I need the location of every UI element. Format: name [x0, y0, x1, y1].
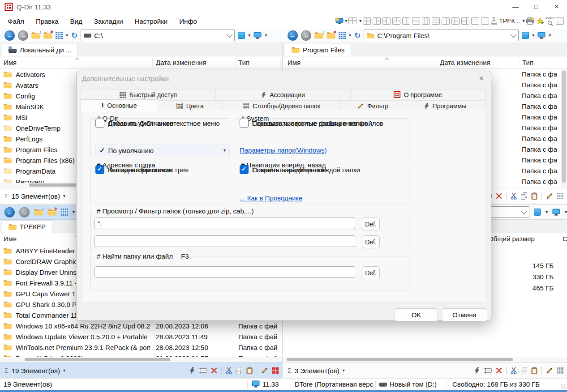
menu-item[interactable]: Инфо: [173, 17, 203, 25]
checkbox-row[interactable]: Выпадающий список: [95, 165, 173, 174]
up-folder-button[interactable]: ↑: [314, 32, 323, 39]
cancel-button[interactable]: Отмена: [442, 308, 487, 321]
file-row[interactable]: Радио №5 (май 2023) 01.06.2023 21:57 Пап…: [0, 353, 282, 357]
file-row[interactable]: WinTools.net Premium 23.9.1 RePack (& po…: [0, 342, 282, 353]
vertical-scrollbar[interactable]: [561, 69, 567, 188]
address-bar-left[interactable]: C:\: [81, 30, 235, 41]
copy-icon[interactable]: [521, 192, 527, 200]
forward-button[interactable]: →: [301, 30, 311, 41]
back-button[interactable]: ←: [288, 30, 298, 41]
chevron-down-icon[interactable]: [227, 32, 232, 38]
cut-icon[interactable]: [511, 192, 517, 200]
edit-pen-icon[interactable]: [261, 367, 268, 374]
filter-input-1[interactable]: [94, 217, 355, 229]
column-type[interactable]: Тип: [238, 59, 249, 66]
grid-view-icon[interactable]: [557, 367, 563, 374]
default-button[interactable]: Def.: [362, 235, 380, 248]
folder-options-link[interactable]: Параметры папок(Windows): [240, 146, 326, 154]
monitor-icon[interactable]: [552, 209, 560, 216]
column-date[interactable]: Дата изменения: [156, 59, 206, 66]
layout-icon-6[interactable]: [412, 17, 421, 25]
delete-icon[interactable]: [211, 367, 217, 374]
menu-item[interactable]: Правка: [30, 17, 64, 25]
inet-icon[interactable]: inet: [491, 17, 497, 26]
dialog-close-button[interactable]: ×: [479, 74, 484, 83]
chevron-down-icon[interactable]: ▾: [265, 33, 267, 38]
layout-icon-7[interactable]: [422, 17, 430, 25]
refresh-icon[interactable]: ↻: [71, 32, 77, 39]
chevron-down-icon[interactable]: ▾: [546, 210, 548, 214]
layout-icon-12[interactable]: [471, 17, 480, 25]
chevron-down-icon[interactable]: ▾: [522, 19, 524, 23]
menu-item[interactable]: Закладки: [88, 17, 129, 25]
cut-icon[interactable]: [226, 367, 232, 374]
checkbox-row[interactable]: Скрывать известные расширения файлов: [240, 119, 383, 128]
add-favorite-star-icon[interactable]: [536, 17, 544, 25]
column-name[interactable]: Имя: [4, 59, 17, 66]
file-row[interactable]: Windows Update Viewer 0.5.20.0 + Portabl…: [0, 331, 282, 342]
checkbox[interactable]: [240, 119, 249, 128]
layout-icon-11[interactable]: [461, 17, 470, 25]
find-input[interactable]: [94, 266, 355, 278]
tab-associations[interactable]: Ассоциации: [215, 89, 351, 100]
chevron-down-icon[interactable]: ▾: [532, 33, 534, 38]
view-mode-icon[interactable]: [339, 32, 346, 39]
layout-icon-8[interactable]: [432, 17, 440, 25]
monitor-icon[interactable]: [253, 32, 262, 39]
like-explorer-link[interactable]: ... Как в Проводнике: [240, 194, 302, 202]
tab-about[interactable]: О программе: [350, 89, 485, 100]
delete-icon[interactable]: [496, 193, 502, 199]
edit-pen-icon[interactable]: [546, 367, 553, 374]
checkbox-row[interactable]: Добавить Q-Dir в контекстное меню: [95, 119, 219, 128]
layout-icon-4[interactable]: [392, 17, 401, 25]
column-total-size[interactable]: Общий размер: [488, 235, 535, 243]
chevron-down-icon[interactable]: ▾: [63, 194, 65, 198]
column-free[interactable]: С: [563, 235, 567, 243]
chevron-down-icon[interactable]: ▾: [73, 210, 75, 214]
new-folder-button[interactable]: ✶: [326, 32, 335, 39]
monitor-icon[interactable]: [537, 32, 546, 39]
default-button[interactable]: Def.: [362, 266, 380, 279]
horizontal-scrollbar[interactable]: [0, 357, 282, 362]
cut-icon[interactable]: [511, 367, 517, 374]
column-date[interactable]: Дата изменения: [440, 59, 490, 66]
desktop-shortcut-icon[interactable]: [534, 209, 541, 216]
layout-4-views-icon[interactable]: [348, 17, 358, 26]
layout-icon-5[interactable]: [402, 17, 411, 25]
default-style-combobox[interactable]: ✓ По умолчанию ▾: [95, 145, 230, 156]
edit-pen-icon[interactable]: [546, 192, 553, 200]
layout-icon-10[interactable]: [451, 17, 460, 25]
desktop-shortcut-icon[interactable]: [522, 32, 529, 39]
default-button[interactable]: Def.: [362, 217, 380, 230]
chevron-down-icon[interactable]: ▾: [248, 33, 250, 38]
tab-treker[interactable]: ТРЕКЕР: [2, 220, 52, 233]
column-type[interactable]: Тип: [522, 59, 533, 66]
paste-icon[interactable]: [531, 367, 537, 374]
rename-icon[interactable]: [484, 367, 492, 374]
rename-icon[interactable]: [199, 367, 207, 374]
chevron-down-icon[interactable]: ▾: [565, 210, 567, 214]
horizontal-scrollbar[interactable]: [283, 357, 567, 362]
back-button[interactable]: ←: [4, 207, 15, 217]
menu-item[interactable]: Файл: [2, 17, 30, 25]
layout-icon-1[interactable]: [363, 17, 371, 25]
checkbox[interactable]: [240, 165, 249, 174]
new-folder-button[interactable]: ✶: [43, 32, 52, 39]
layout-icon-9[interactable]: [442, 17, 450, 25]
tab-general[interactable]: i Основные: [81, 99, 158, 112]
column-name[interactable]: Имя: [288, 59, 301, 66]
chevron-down-icon[interactable]: [522, 209, 528, 214]
chevron-down-icon[interactable]: ▾: [349, 33, 351, 38]
single-pane-icon[interactable]: [556, 17, 564, 25]
scrollbar-thumb[interactable]: [25, 358, 170, 361]
chevron-down-icon[interactable]: ▾: [549, 33, 551, 38]
maximize-button[interactable]: □: [526, 0, 546, 13]
forward-button[interactable]: →: [18, 30, 28, 41]
chevron-down-icon[interactable]: [511, 32, 516, 38]
forward-button[interactable]: →: [19, 207, 30, 217]
up-folder-button[interactable]: ↑: [31, 32, 40, 39]
tab-program-files[interactable]: Program Files: [285, 43, 351, 56]
minimize-button[interactable]: —: [505, 0, 526, 13]
address-bar-right[interactable]: C:\Program Files\: [364, 30, 519, 41]
back-button[interactable]: ←: [4, 30, 15, 41]
